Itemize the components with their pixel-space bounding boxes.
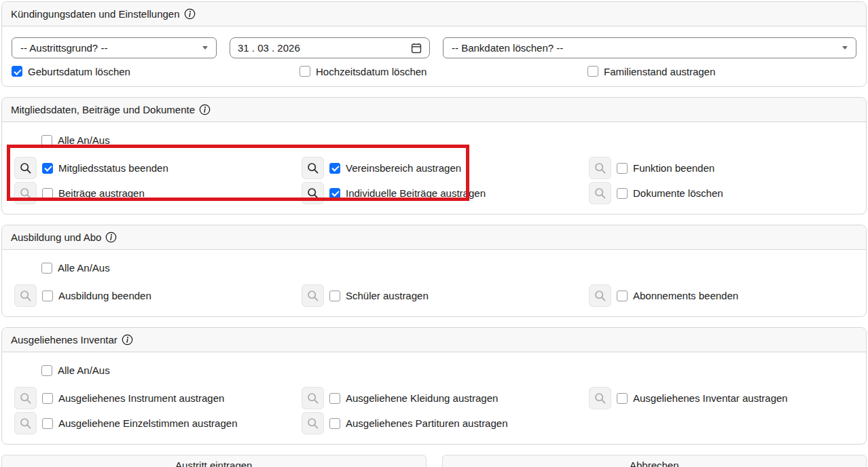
toggle-all-row: Alle An/Aus [2,365,866,376]
info-icon[interactable] [122,334,133,345]
magnifier-button[interactable] [589,387,611,409]
info-icon[interactable] [184,8,196,20]
toggle-all-row: Alle An/Aus [2,262,866,274]
toggle-all-checkbox[interactable] [41,135,52,146]
option-label[interactable]: Abonnements beenden [633,290,738,301]
section-title: Kündingungsdaten und Einstellungen [11,8,180,20]
cancel-button[interactable]: Abbrechen [442,455,867,467]
option-label[interactable]: Funktion beenden [633,162,715,174]
option-label[interactable]: Ausbildung beenden [58,290,151,301]
magnifier-button[interactable] [14,157,37,179]
magnifier-button[interactable] [589,182,611,204]
option-label[interactable]: Dokumente löschen [633,187,723,199]
checkbox[interactable] [329,188,340,199]
option-label[interactable]: Ausgeliehenes Inventar austragen [633,392,788,404]
option-row: Ausgeliehene Kleidung austragen [302,387,589,409]
magnifier-button[interactable] [14,412,37,434]
exit-date-input[interactable]: 31 . 03 . 2026 [230,37,430,58]
option-row: Beiträge austragen [14,182,302,204]
exit-reason-select[interactable]: -- Austrittsgrund? -- [12,37,217,58]
submit-exit-button[interactable]: Austritt eintragen [1,455,427,467]
magnifier-button[interactable] [302,284,324,307]
magnifier-button[interactable] [302,387,324,409]
option-label[interactable]: Beiträge austragen [58,187,145,199]
search-icon [20,187,32,200]
info-icon[interactable] [199,104,211,115]
option-label[interactable]: Vereinsbereich austragen [346,162,461,174]
section-education-abo: Ausbildung und Abo Alle An/Aus Ausbildun… [1,225,867,317]
magnifier-button[interactable] [14,182,37,204]
toggle-all-label[interactable]: Alle An/Aus [58,262,110,274]
checkbox[interactable] [587,66,598,77]
checkbox-item: Geburtsdatum löschen [12,63,300,79]
option-row: Individuelle Beiträge austragen [302,182,589,204]
option-row: Ausgeliehenes Instrument austragen [14,387,302,409]
toggle-all-checkbox[interactable] [41,263,52,274]
search-icon [20,392,32,405]
checkbox[interactable] [617,291,628,301]
option-label[interactable]: Ausgeliehenes Instrument austragen [58,392,224,404]
toggle-all-label[interactable]: Alle An/Aus [58,365,110,376]
section-title: Mitgliedsdaten, Beiträge und Dokumente [11,104,195,115]
checkbox[interactable] [329,418,340,429]
option-label[interactable]: Schüler austragen [346,290,429,301]
option-label[interactable]: Ausgeliehenes Partituren austragen [346,417,508,429]
magnifier-button[interactable] [302,412,324,434]
option-label[interactable]: Mitgliedsstatus beenden [58,162,168,174]
magnifier-button[interactable] [589,284,611,307]
checkbox[interactable] [617,188,628,199]
checkbox[interactable] [329,393,340,404]
search-icon [20,417,32,430]
select-value: -- Austrittsgrund? -- [20,42,107,54]
info-icon[interactable] [105,231,117,243]
checkbox[interactable] [300,66,310,77]
checkbox[interactable] [42,188,53,199]
search-icon [307,290,319,302]
checkbox-label[interactable]: Geburtsdatum löschen [28,66,130,77]
option-row: Vereinsbereich austragen [302,157,589,179]
search-icon [594,392,607,405]
option-row: Abonnements beenden [589,284,866,307]
magnifier-button[interactable] [14,387,37,409]
termination-checkbox-row: Geburtsdatum löschen Hochzeitsdatum lösc… [2,63,866,86]
option-label[interactable]: Ausgeliehene Kleidung austragen [346,392,498,404]
section-header: Mitgliedsdaten, Beiträge und Dokumente [2,98,866,122]
bank-data-select[interactable]: -- Bankdaten löschen? -- [443,37,856,58]
footer-actions: Austritt eintragen Abbrechen [1,455,867,467]
section-header: Ausgeliehenes Inventar [2,328,866,352]
checkbox[interactable] [329,163,340,174]
search-icon [594,187,607,200]
search-icon [307,417,319,430]
section-title: Ausbildung und Abo [11,231,101,243]
checkbox[interactable] [329,291,340,301]
option-label[interactable]: Ausgeliehene Einzelstimmen austragen [58,417,238,429]
search-icon [594,290,607,302]
toggle-all-checkbox[interactable] [41,365,52,376]
chevron-down-icon [842,46,848,50]
magnifier-button[interactable] [14,284,37,307]
option-row: Funktion beenden [589,157,866,179]
option-row: Ausbildung beenden [14,284,302,307]
checkbox[interactable] [617,163,628,174]
search-icon [20,162,32,174]
checkbox[interactable] [42,291,53,301]
magnifier-button[interactable] [302,182,324,204]
checkbox[interactable] [617,393,628,404]
checkbox-label[interactable]: Familienstand austragen [604,66,715,77]
checkbox[interactable] [42,393,53,404]
section-member-data: Mitgliedsdaten, Beiträge und Dokumente A… [1,97,867,214]
magnifier-button[interactable] [302,157,324,179]
checkbox[interactable] [42,418,53,429]
search-icon [594,162,607,174]
section-header: Ausbildung und Abo [2,225,866,250]
calendar-icon[interactable] [411,43,422,54]
option-row: Mitgliedsstatus beenden [14,157,302,179]
checkbox[interactable] [12,66,22,77]
option-label[interactable]: Individuelle Beiträge austragen [346,187,486,199]
magnifier-button[interactable] [589,157,611,179]
checkbox-label[interactable]: Hochzeitsdatum löschen [316,66,427,77]
checkbox[interactable] [42,163,53,174]
section-header: Kündingungsdaten und Einstellungen [2,2,866,26]
toggle-all-label[interactable]: Alle An/Aus [58,134,110,146]
chevron-down-icon [202,46,208,50]
